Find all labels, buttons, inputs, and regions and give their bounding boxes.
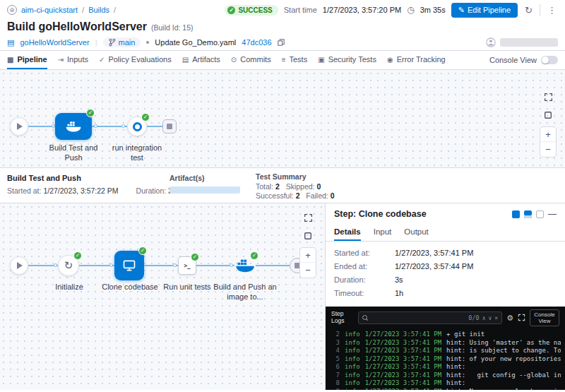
tab-label: Commits	[240, 55, 270, 64]
stage-node-build-test-and-push[interactable]	[55, 113, 92, 140]
tab-label: Tests	[289, 55, 307, 64]
elapsed-duration: 3m 35s	[420, 6, 446, 14]
detail-value: 1/27/2023, 3:57:44 PM	[395, 262, 473, 271]
minimize-icon[interactable]: —	[548, 210, 557, 218]
stage-graph-start-node[interactable]	[10, 117, 28, 136]
kebab-menu-icon[interactable]: ⋮	[546, 5, 558, 16]
tab-label: Artifacts	[192, 55, 220, 64]
search-close-icon[interactable]: ×	[494, 315, 498, 321]
zoom-in-button[interactable]: +	[540, 127, 556, 142]
step-node-clone-codebase[interactable]	[114, 251, 144, 280]
success-check-icon: ✓	[191, 253, 199, 261]
step-panel-header: Step: Clone codebase —	[326, 203, 565, 223]
sync-icon: ↻	[64, 259, 73, 272]
log-header: Step Logs 0/0 ∧ ∨ × ⚙ Console View	[326, 307, 565, 328]
connector-line	[147, 126, 162, 127]
pencil-icon: ✎	[458, 6, 465, 15]
title-row: Build goHelloWorldServer (Build Id: 15)	[0, 20, 565, 35]
toggle-knob	[542, 57, 549, 64]
tab-policy-evaluations[interactable]: ✓ Policy Evaluations	[99, 51, 172, 69]
status-badge-label: SUCCESS	[238, 6, 272, 14]
step-node-label: Initialize	[44, 283, 95, 292]
log-time: 1/27/2023 3:57:41 PM	[365, 347, 441, 355]
branch-chip[interactable]: main	[103, 37, 141, 47]
artifact-link-redacted[interactable]	[170, 186, 240, 194]
tab-inputs[interactable]: ⇥ Inputs	[58, 51, 88, 69]
tab-security-tests[interactable]: ▣ Security Tests	[318, 51, 376, 69]
log-text: hint: is subject to change. To configur	[446, 347, 561, 355]
success-check-icon: ✓	[227, 6, 235, 14]
exec-start-node[interactable]	[10, 256, 28, 275]
stage-canvas-controls: + −	[540, 90, 557, 158]
tab-label: Security Tests	[328, 55, 376, 64]
layout-right-icon[interactable]	[512, 210, 520, 218]
tab-input[interactable]: Input	[374, 223, 392, 241]
log-console-view-button[interactable]: Console View	[530, 309, 559, 326]
log-search-input[interactable]	[371, 314, 465, 321]
tab-commits[interactable]: ⊙ Commits	[231, 51, 271, 69]
play-icon	[17, 262, 23, 269]
stage-graph-end-node	[162, 119, 177, 133]
connector-dot	[94, 124, 97, 128]
fullscreen-icon[interactable]	[301, 210, 315, 225]
layout-full-icon[interactable]	[536, 210, 544, 218]
commit-sha-link[interactable]: 47dc036	[242, 38, 271, 47]
step-node-label: Build and Push an image to...	[210, 283, 280, 302]
lower-split: ↻ ✓ Initialize ✓ Clone codebase >_ ✓ Run…	[0, 203, 565, 390]
log-line: 7info1/27/2023 3:57:41 PMhint: git confi…	[330, 372, 561, 380]
repo-link[interactable]: goHelloWorldServer	[20, 38, 89, 47]
tab-error-tracking[interactable]: ◉ Error Tracking	[387, 51, 446, 69]
detail-value: 3s	[395, 275, 403, 284]
detail-label: Started at:	[334, 249, 395, 257]
reset-view-icon[interactable]	[301, 229, 315, 243]
step-node-label: Clone codebase	[101, 283, 159, 292]
repo-icon: ▤	[7, 38, 14, 47]
tab-artifacts[interactable]: ▤ Artifacts	[182, 51, 220, 69]
reset-view-icon[interactable]	[541, 108, 555, 122]
search-prev-icon[interactable]: ∧	[482, 315, 486, 321]
user-name-redacted	[500, 38, 558, 47]
refresh-icon[interactable]: ↻	[523, 5, 534, 16]
log-line: 2info1/27/2023 3:57:41 PM+ git init	[330, 331, 561, 339]
fullscreen-icon[interactable]	[541, 90, 555, 104]
log-fullscreen-icon[interactable]	[518, 314, 525, 323]
clone-codebase-icon	[122, 259, 136, 273]
console-view-toggle[interactable]	[541, 56, 558, 64]
search-next-icon[interactable]: ∨	[488, 315, 492, 321]
tab-label: Pipeline	[17, 55, 47, 64]
triggered-by	[486, 37, 558, 47]
detail-value: 1/27/2023, 3:57:41 PM	[395, 249, 473, 257]
line-number: 5	[330, 355, 340, 364]
breadcrumb-project[interactable]: aim-ci-quickstart	[21, 6, 78, 14]
execution-graph-canvas: ↻ ✓ Initialize ✓ Clone codebase >_ ✓ Run…	[0, 203, 325, 390]
zoom-out-button[interactable]: −	[540, 142, 556, 157]
layout-bottom-icon[interactable]	[524, 210, 532, 218]
tab-pipeline[interactable]: ▦ Pipeline	[7, 51, 47, 69]
stage-node-label: Build Test and Push	[43, 143, 104, 163]
security-icon: ▣	[318, 56, 324, 64]
divider	[540, 4, 540, 16]
integration-step-icon	[133, 122, 142, 131]
test-summary-line1: Total: 2 Skipped: 0	[256, 182, 321, 191]
terminal-icon: >_	[184, 263, 191, 269]
zoom-in-button[interactable]: +	[300, 248, 316, 263]
zoom-out-button[interactable]: −	[300, 263, 316, 278]
log-time: 1/27/2023 3:57:41 PM	[365, 331, 441, 339]
tab-tests[interactable]: ≡ Tests	[282, 51, 308, 69]
play-icon	[17, 123, 23, 130]
inputs-icon: ⇥	[58, 56, 64, 64]
log-settings-gear-icon[interactable]: ⚙	[506, 314, 513, 323]
log-text: + git init	[446, 331, 484, 339]
edit-pipeline-button[interactable]: ✎ Edit Pipeline	[451, 3, 518, 18]
artifacts-label: Artifact(s)	[170, 174, 205, 182]
tab-details[interactable]: Details	[334, 223, 361, 241]
tab-label: Error Tracking	[397, 55, 446, 64]
breadcrumb-separator: /	[114, 6, 116, 14]
log-line: 9info1/27/2023 3:57:41 PMhint: Names com…	[330, 388, 561, 390]
start-time-value: 1/27/2023, 3:57:20 PM	[323, 6, 401, 14]
page-title: Build goHelloWorldServer	[7, 20, 147, 33]
log-time: 1/27/2023 3:57:41 PM	[365, 339, 441, 348]
copy-icon[interactable]	[278, 39, 285, 46]
tab-output[interactable]: Output	[404, 223, 429, 241]
breadcrumb-builds[interactable]: Builds	[88, 6, 109, 14]
